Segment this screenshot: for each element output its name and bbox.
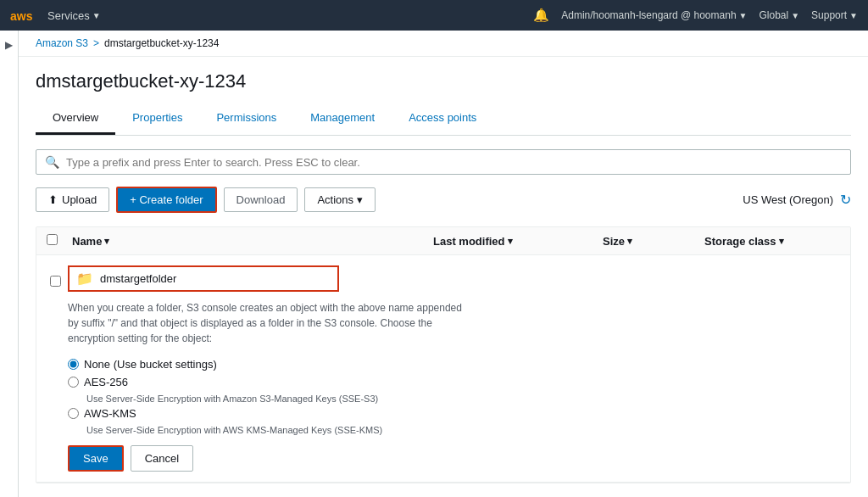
aws-logo: aws <box>10 7 37 24</box>
form-action-buttons: Save Cancel <box>68 445 837 472</box>
toolbar: ⬆ Upload + Create folder Download Action… <box>36 187 851 213</box>
encryption-aes-radio[interactable] <box>68 377 79 388</box>
save-button[interactable]: Save <box>68 445 124 472</box>
encryption-aes-option[interactable]: AES-256 <box>68 376 837 388</box>
svg-text:aws: aws <box>10 9 33 23</box>
storage-class-column-header[interactable]: Storage class ▾ <box>704 235 840 248</box>
name-column-header[interactable]: Name ▾ <box>72 235 433 248</box>
page-header: dmstargetbucket-xy-1234 Overview Propert… <box>19 57 868 136</box>
size-sort-icon: ▾ <box>627 236 632 247</box>
folder-icon: 📁 <box>76 271 93 287</box>
tab-access-points[interactable]: Access points <box>392 103 493 135</box>
encryption-aes-sublabel: Use Server-Side Encryption with Amazon S… <box>86 394 837 404</box>
files-table: Name ▾ Last modified ▾ Size ▾ Storage cl… <box>36 226 851 483</box>
services-arrow-icon: ▼ <box>92 11 101 20</box>
folder-description: When you create a folder, S3 console cre… <box>68 300 475 346</box>
encryption-kms-sublabel: Use Server-Side Encryption with AWS KMS-… <box>86 425 837 435</box>
support-arrow-icon: ▼ <box>849 11 858 20</box>
last-modified-column-header[interactable]: Last modified ▾ <box>433 235 603 248</box>
create-folder-button[interactable]: + Create folder <box>116 187 216 213</box>
encryption-options: None (Use bucket settings) AES-256 Use S… <box>68 358 837 435</box>
refresh-icon[interactable]: ↻ <box>840 192 851 208</box>
breadcrumb: Amazon S3 > dmstargetbucket-xy-1234 <box>19 31 868 57</box>
breadcrumb-bucket: dmstargetbucket-xy-1234 <box>104 37 219 49</box>
upload-icon: ⬆ <box>48 193 58 206</box>
region-menu[interactable]: Global ▼ <box>759 9 799 21</box>
tab-management[interactable]: Management <box>293 103 392 135</box>
user-arrow-icon: ▼ <box>739 11 748 20</box>
search-icon: 🔍 <box>45 155 59 169</box>
cancel-button[interactable]: Cancel <box>131 445 193 472</box>
sidebar-chevron-icon: ▶ <box>5 39 13 51</box>
encryption-kms-radio[interactable] <box>68 408 79 419</box>
table-header: Name ▾ Last modified ▾ Size ▾ Storage cl… <box>36 227 850 255</box>
actions-button[interactable]: Actions ▾ <box>304 187 376 212</box>
tab-permissions[interactable]: Permissions <box>199 103 293 135</box>
encryption-kms-option[interactable]: AWS-KMS <box>68 407 837 420</box>
folder-name-input[interactable] <box>100 272 287 285</box>
download-button[interactable]: Download <box>224 187 298 212</box>
breadcrumb-separator: > <box>93 37 99 49</box>
select-all-checkbox[interactable] <box>47 234 58 245</box>
name-sort-icon: ▾ <box>104 236 109 247</box>
folder-name-input-container: 📁 <box>68 265 339 292</box>
folder-row-checkbox[interactable] <box>50 276 61 287</box>
region-label: US West (Oregon) <box>743 193 833 206</box>
tab-overview[interactable]: Overview <box>36 103 115 135</box>
breadcrumb-s3-link[interactable]: Amazon S3 <box>36 37 88 49</box>
region-arrow-icon: ▼ <box>791 11 799 20</box>
user-menu[interactable]: Admin/hoomanh-lsengard @ hoomanh ▼ <box>561 9 747 21</box>
support-menu[interactable]: Support ▼ <box>811 9 858 21</box>
toolbar-right: US West (Oregon) ↻ <box>743 192 851 208</box>
services-menu[interactable]: Services ▼ <box>47 9 101 22</box>
storage-class-sort-icon: ▾ <box>779 236 784 247</box>
bell-icon[interactable]: 🔔 <box>533 8 549 23</box>
create-folder-form: 📁 When you create a folder, S3 console c… <box>36 255 850 483</box>
sidebar-toggle[interactable]: ▶ <box>0 31 19 497</box>
search-bar: 🔍 <box>36 149 851 175</box>
size-column-header[interactable]: Size ▾ <box>603 235 704 248</box>
search-input[interactable] <box>66 156 842 169</box>
actions-arrow-icon: ▾ <box>357 193 363 206</box>
page-title: dmstargetbucket-xy-1234 <box>36 70 851 103</box>
content-area: 🔍 ⬆ Upload + Create folder Download Acti… <box>19 136 868 497</box>
last-modified-sort-icon: ▾ <box>508 236 513 247</box>
encryption-none-radio[interactable] <box>68 359 79 370</box>
top-navigation: aws Services ▼ 🔔 Admin/hoomanh-lsengard … <box>0 0 868 31</box>
upload-button[interactable]: ⬆ Upload <box>36 187 109 212</box>
encryption-none-option[interactable]: None (Use bucket settings) <box>68 358 837 371</box>
tabs-container: Overview Properties Permissions Manageme… <box>36 103 851 136</box>
tab-properties[interactable]: Properties <box>115 103 199 135</box>
